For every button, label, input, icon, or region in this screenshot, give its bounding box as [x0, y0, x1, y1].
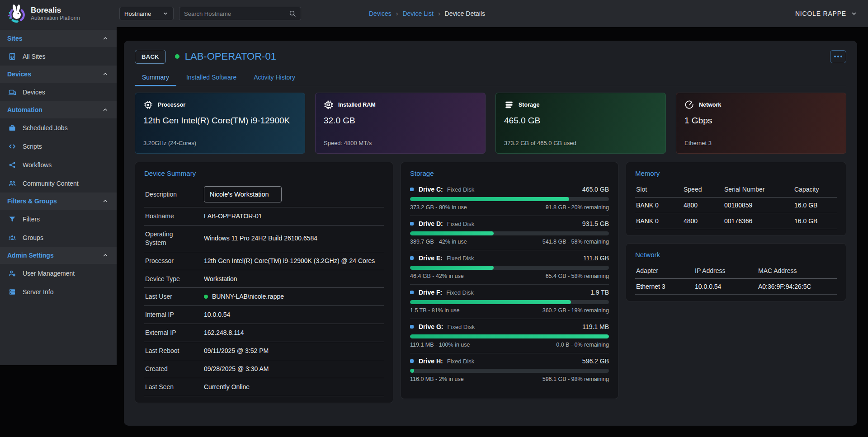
user-menu[interactable]: NICOLE RAPPE	[795, 10, 857, 17]
sidebar: Sites All Sites Devices Devices Automati…	[0, 27, 117, 365]
breadcrumb-device-list[interactable]: Device List	[402, 10, 433, 17]
summary-row-description: Description	[144, 182, 384, 207]
summary-row-last-user: Last User BUNNY-LAB\nicole.rappe	[144, 288, 384, 306]
groups-icon	[8, 234, 16, 242]
summary-row-created: Created 09/28/2025 @ 3:30 AM	[144, 360, 384, 378]
summary-row-external-ip: External IP 162.248.8.114	[144, 324, 384, 342]
drive-f-row: Drive F: Fixed Disk 1.9 TB 1.5 TB - 81% …	[410, 285, 609, 319]
summary-row-last-seen: Last Seen Currently Online	[144, 378, 384, 396]
stat-card-label: Storage	[519, 102, 540, 108]
sidebar-item-user-management[interactable]: User Management	[0, 264, 117, 282]
item-label: Scheduled Jobs	[23, 124, 68, 132]
item-label: Filters	[23, 216, 40, 223]
storage-stack-icon	[504, 100, 514, 110]
section-label: Filters & Groups	[7, 197, 57, 205]
brand-subtitle: Automation Platform	[31, 15, 80, 21]
item-label: Devices	[23, 89, 45, 96]
sidebar-item-server-info[interactable]: Server Info	[0, 282, 117, 301]
drive-usage-bar	[410, 197, 609, 201]
user-gear-icon	[8, 269, 16, 277]
sidebar-section-sites[interactable]: Sites	[0, 30, 117, 47]
device-title: LAB-OPERATOR-01	[185, 51, 276, 62]
stat-card-value: 12th Gen Intel(R) Core(TM) i9-12900K	[143, 116, 297, 126]
breadcrumb-device-details: Device Details	[445, 10, 485, 17]
workflow-icon	[8, 161, 16, 169]
borealis-bunny-logo	[6, 4, 26, 23]
chevron-up-icon	[102, 198, 108, 204]
search-hostname-input[interactable]	[184, 10, 289, 17]
summary-row-last-reboot: Last Reboot 09/11/2025 @ 3:52 PM	[144, 342, 384, 360]
drive-h-row: Drive H: Fixed Disk 596.2 GB 116.0 MB - …	[410, 353, 609, 387]
sidebar-section-devices[interactable]: Devices	[0, 66, 117, 83]
drive-c-row: Drive C: Fixed Disk 465.0 GB 373.2 GB - …	[410, 182, 609, 216]
online-status-dot	[175, 54, 179, 59]
chevron-up-icon	[102, 107, 108, 113]
drive-usage-bar	[410, 369, 609, 373]
stat-card-caption: Speed: 4800 MT/s	[324, 140, 477, 146]
caret-down-icon	[162, 10, 169, 17]
more-actions-button[interactable]	[830, 50, 846, 63]
sidebar-item-filters[interactable]: Filters	[0, 210, 117, 228]
sidebar-item-scripts[interactable]: Scripts	[0, 137, 117, 155]
hostname-filter-label: Hostname	[124, 10, 151, 17]
sidebar-item-workflows[interactable]: Workflows	[0, 155, 117, 174]
server-icon	[8, 288, 16, 296]
sidebar-section-admin-settings[interactable]: Admin Settings	[0, 247, 117, 264]
sidebar-item-community-content[interactable]: Community Content	[0, 174, 117, 193]
drive-usage-bar	[410, 231, 609, 235]
breadcrumb-devices[interactable]: Devices	[369, 10, 392, 17]
sidebar-item-scheduled-jobs[interactable]: Scheduled Jobs	[0, 118, 117, 137]
item-label: Server Info	[23, 288, 53, 296]
sidebar-item-devices[interactable]: Devices	[0, 83, 117, 101]
item-label: Workflows	[23, 161, 52, 169]
stat-card-value: 32.0 GB	[324, 116, 477, 126]
network-table-row: Ethernet 310.0.0.54 A0:36:9F:94:26:5C	[635, 279, 837, 295]
summary-row-hostname: Hostname LAB-OPERATOR-01	[144, 207, 384, 226]
drive-usage-bar	[410, 334, 609, 338]
devices-icon	[8, 88, 16, 96]
drive-bullet-icon	[410, 359, 414, 363]
device-summary-panel: Device Summary Description Hostname LAB-…	[135, 162, 393, 403]
description-input[interactable]	[204, 186, 282, 202]
stat-card-value: 465.0 GB	[504, 116, 657, 126]
device-header: BACK LAB-OPERATOR-01	[135, 49, 846, 64]
hostname-filter-select[interactable]: Hostname	[119, 7, 174, 20]
drive-bullet-icon	[410, 256, 414, 260]
user-online-dot	[204, 295, 208, 299]
sidebar-section-filters-groups[interactable]: Filters & Groups	[0, 193, 117, 210]
stat-card-label: Installed RAM	[338, 102, 376, 108]
tab-activity-history[interactable]: Activity History	[246, 70, 302, 86]
sidebar-item-groups[interactable]: Groups	[0, 228, 117, 247]
memory-table-header: SlotSpeed Serial NumberCapacity	[635, 182, 837, 197]
network-table-header: AdapterIP Address MAC Address	[635, 263, 837, 279]
memory-table-row: BANK 04800 0018085916.0 GB	[635, 197, 837, 213]
breadcrumb: Devices › Device List › Device Details	[369, 10, 485, 17]
stat-card-value: 1 Gbps	[684, 116, 838, 126]
tab-installed-software[interactable]: Installed Software	[179, 70, 244, 86]
back-button[interactable]: BACK	[135, 50, 166, 64]
cpu-icon	[143, 100, 153, 110]
section-label: Admin Settings	[7, 252, 54, 259]
tab-summary[interactable]: Summary	[135, 70, 176, 86]
stat-card-caption: 3.20GHz (24-Cores)	[143, 140, 297, 146]
device-tabs: Summary Installed Software Activity Hist…	[135, 70, 846, 86]
sidebar-section-automation[interactable]: Automation	[0, 101, 117, 118]
item-label: Community Content	[23, 180, 79, 187]
stat-card-row: Processor 12th Gen Intel(R) Core(TM) i9-…	[135, 93, 846, 154]
search-hostname-box[interactable]	[179, 7, 301, 20]
drive-d-row: Drive D: Fixed Disk 931.5 GB 389.7 GB - …	[410, 216, 609, 250]
briefcase-icon	[8, 124, 16, 132]
stat-card-caption: Ethernet 3	[684, 140, 838, 146]
storage-panel: Storage Drive C: Fixed Disk 465.0 GB 373…	[401, 162, 618, 399]
sidebar-item-all-sites[interactable]: All Sites	[0, 47, 117, 66]
drive-usage-bar	[410, 266, 609, 270]
item-label: Scripts	[23, 143, 42, 150]
memory-panel: Memory SlotSpeed Serial NumberCapacity B…	[626, 162, 846, 236]
device-details-card: BACK LAB-OPERATOR-01 Summary Installed S…	[124, 41, 857, 426]
code-icon	[8, 142, 16, 150]
stat-card-network: Network 1 Gbps Ethernet 3	[676, 93, 846, 154]
section-label: Devices	[7, 70, 31, 78]
user-name: NICOLE RAPPE	[795, 10, 846, 17]
filter-icon	[8, 215, 16, 223]
gauge-icon	[684, 100, 694, 110]
